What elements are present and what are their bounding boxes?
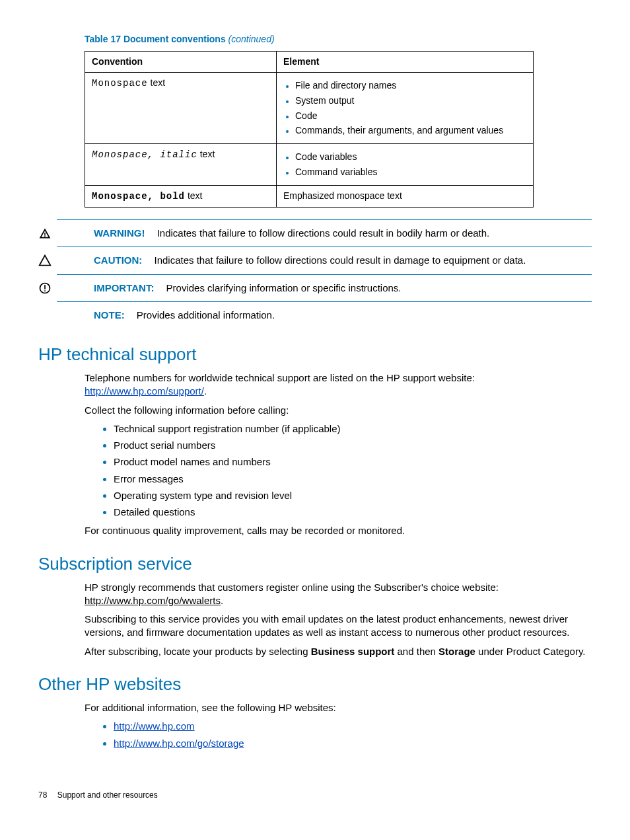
conv-tail: text	[197, 149, 215, 159]
caption-continued: (continued)	[228, 34, 275, 44]
list-item: System output	[295, 95, 526, 107]
th-element: Element	[277, 51, 534, 72]
element-list: Code variables Command variables	[283, 151, 526, 178]
paragraph: Telephone numbers for worldwide technica…	[85, 371, 592, 399]
list-item: Product model names and numbers	[114, 455, 592, 469]
caution-text: Indicates that failure to follow directi…	[155, 254, 526, 266]
paragraph: HP strongly recommends that customers re…	[85, 581, 592, 608]
important-circle-icon	[38, 282, 52, 295]
conv-mono-italic: Monospace, italic	[92, 149, 197, 160]
list-item: Detailed questions	[114, 506, 592, 519]
list-item: Product serial numbers	[114, 439, 592, 452]
list-item: Command variables	[295, 166, 526, 178]
paragraph: Collect the following information before…	[85, 404, 592, 417]
caution-label: CAUTION:	[94, 254, 142, 266]
hp-link[interactable]: http://www.hp.com	[114, 720, 195, 732]
list-item: Commands, their arguments, and argument …	[295, 124, 526, 137]
admonition-note: NOTE: Provides additional information.	[57, 302, 592, 328]
list-item: Error messages	[114, 473, 592, 486]
caution-triangle-icon	[38, 254, 52, 267]
element-text: Emphasized monospace text	[277, 186, 534, 208]
warning-triangle-icon	[38, 227, 52, 240]
support-info-list: Technical support registration number (i…	[85, 422, 592, 519]
admonition-important: IMPORTANT: Provides clarifying informati…	[57, 275, 592, 302]
important-label: IMPORTANT:	[94, 282, 154, 293]
note-label: NOTE:	[94, 309, 125, 321]
admonition-warning: WARNING! Indicates that failure to follo…	[57, 219, 592, 247]
table-row: Monospace, italic text Code variables Co…	[85, 144, 534, 186]
paragraph: After subscribing, locate your products …	[85, 645, 592, 658]
admonition-caution: CAUTION: Indicates that failure to follo…	[57, 247, 592, 274]
warning-label: WARNING!	[94, 227, 145, 239]
svg-rect-2	[44, 290, 46, 291]
warning-text: Indicates that failure to follow directi…	[157, 227, 490, 239]
other-websites-list: http://www.hp.com http://www.hp.com/go/s…	[85, 720, 592, 750]
conv-mono-bold: Monospace, bold	[92, 191, 185, 202]
conv-tail: text	[185, 190, 202, 201]
page-number: 78	[38, 790, 47, 800]
list-item: http://www.hp.com/go/storage	[114, 737, 592, 750]
table-caption: Table 17 Document conventions (continued…	[85, 33, 592, 46]
table-row: Monospace text File and directory names …	[85, 72, 534, 144]
heading-subscription-service: Subscription service	[38, 553, 592, 576]
paragraph: Subscribing to this service provides you…	[85, 613, 592, 640]
list-item: Code	[295, 110, 526, 122]
list-item: Operating system type and revision level	[114, 489, 592, 502]
conventions-table: Convention Element Monospace text File a…	[85, 51, 534, 208]
heading-hp-technical-support: HP technical support	[38, 343, 592, 366]
table-row: Monospace, bold text Emphasized monospac…	[85, 186, 534, 208]
footer-title: Support and other resources	[57, 790, 158, 800]
conv-mono: Monospace	[92, 78, 148, 89]
th-convention: Convention	[85, 51, 277, 72]
conv-tail: text	[148, 77, 165, 88]
caption-text: Table 17 Document conventions	[85, 34, 226, 44]
important-text: Provides clarifying information or speci…	[166, 282, 402, 293]
hp-storage-link[interactable]: http://www.hp.com/go/storage	[114, 738, 244, 749]
paragraph: For additional information, see the foll…	[85, 701, 592, 714]
heading-other-hp-websites: Other HP websites	[38, 673, 592, 696]
page-footer: 78 Support and other resources	[38, 790, 592, 800]
list-item: Technical support registration number (i…	[114, 422, 592, 436]
wwalerts-link[interactable]: http://www.hp.com/go/wwalerts	[85, 595, 221, 606]
list-item: File and directory names	[295, 79, 526, 92]
note-text: Provides additional information.	[137, 309, 275, 321]
list-item: http://www.hp.com	[114, 720, 592, 733]
list-item: Code variables	[295, 151, 526, 163]
svg-rect-1	[44, 285, 46, 289]
support-link[interactable]: http://www.hp.com/support/	[85, 385, 204, 397]
element-list: File and directory names System output C…	[283, 79, 526, 137]
paragraph: For continuous quality improvement, call…	[85, 524, 592, 537]
